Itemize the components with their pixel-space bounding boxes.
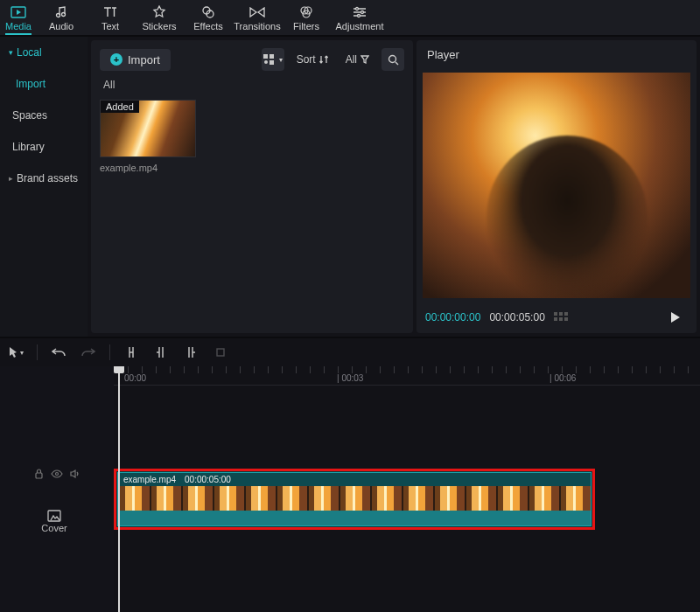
import-button-label: Import	[128, 53, 160, 66]
tab-label: Stickers	[142, 21, 176, 31]
trim-start-tool[interactable]	[152, 344, 170, 361]
clip-name: example.mp4	[123, 475, 176, 484]
tab-label: Media	[5, 21, 32, 31]
ruler-tick-label: 00:00	[124, 373, 146, 383]
track-canvas[interactable]: 00:00 | 00:03 | 00:06 example.mp4 00:00:…	[114, 366, 700, 612]
filter-icon	[360, 55, 369, 64]
split-tool[interactable]	[122, 344, 140, 361]
player-video-frame	[423, 73, 690, 298]
media-sidebar: ▾ Local Import Spaces Library ▸ Brand as…	[0, 37, 88, 337]
filter-all-label: All	[346, 53, 357, 66]
chevron-right-icon: ▸	[9, 174, 13, 183]
media-clip[interactable]: Added example.mp4	[100, 100, 196, 173]
tab-filters[interactable]: Filters	[282, 0, 331, 35]
audio-icon	[53, 4, 69, 20]
chevron-down-icon: ▾	[279, 56, 283, 64]
chevron-down-icon: ▾	[9, 48, 13, 57]
svg-rect-14	[270, 60, 274, 65]
tab-text[interactable]: Text	[86, 0, 135, 35]
tab-label: Text	[102, 21, 119, 31]
plus-icon: +	[110, 53, 122, 66]
sort-icon	[319, 55, 328, 64]
sidebar-label: Local	[17, 46, 42, 59]
redo-button[interactable]	[80, 344, 97, 361]
eye-icon[interactable]	[51, 469, 63, 478]
search-icon	[388, 54, 399, 66]
tab-stickers[interactable]: Stickers	[135, 0, 184, 35]
player-time-total: 00:00:05:00	[489, 311, 544, 323]
tab-label: Adjustment	[335, 21, 383, 31]
clip-duration: 00:00:05:00	[185, 475, 231, 484]
timeline-clip[interactable]: example.mp4 00:00:05:00	[118, 473, 591, 525]
search-button[interactable]	[382, 48, 404, 71]
text-icon	[102, 4, 118, 20]
sidebar-label: Import	[16, 78, 46, 90]
tab-label: Filters	[293, 21, 319, 31]
lock-icon[interactable]	[34, 469, 44, 479]
player-viewport[interactable]	[422, 70, 691, 300]
svg-point-15	[388, 55, 396, 62]
crop-tool[interactable]	[212, 344, 229, 361]
clip-filename: example.mp4	[100, 157, 196, 173]
tab-adjustment[interactable]: Adjustment	[331, 0, 388, 35]
svg-rect-17	[36, 473, 42, 478]
timeline-body: Cover 00:00 | 00:03 | 00:06 example.mp4 …	[0, 366, 700, 612]
timeline-clip-highlight: example.mp4 00:00:05:00	[114, 469, 595, 530]
svg-point-2	[62, 12, 66, 16]
tab-audio[interactable]: Audio	[37, 0, 86, 35]
filter-all-button[interactable]: All	[340, 50, 374, 69]
sidebar-item-import[interactable]: Import	[0, 68, 88, 100]
media-filter-caption: All	[91, 79, 413, 96]
clip-header: example.mp4 00:00:05:00	[118, 473, 591, 486]
tab-label: Audio	[49, 21, 74, 31]
import-button[interactable]: + Import	[100, 49, 171, 71]
grid-icon	[263, 54, 276, 65]
ruler-tick-label: | 00:03	[337, 373, 363, 383]
trim-end-tool[interactable]	[182, 344, 200, 361]
cover-label-text: Cover	[41, 523, 66, 533]
undo-button[interactable]	[50, 344, 67, 361]
svg-rect-12	[270, 54, 274, 59]
cover-track-label[interactable]: Cover	[0, 484, 114, 533]
sort-label: Sort	[297, 53, 316, 66]
clip-thumbnail: Added	[100, 100, 196, 157]
mute-icon[interactable]	[70, 469, 80, 479]
tab-effects[interactable]: Effects	[184, 0, 233, 35]
cursor-tool[interactable]: ▾	[7, 344, 24, 361]
tab-media[interactable]: Media	[0, 0, 37, 35]
sidebar-item-spaces[interactable]: Spaces	[0, 100, 88, 131]
tab-transitions[interactable]: Transitions	[233, 0, 282, 35]
sidebar-label: Brand assets	[17, 172, 78, 184]
sidebar-item-library[interactable]: Library	[0, 131, 88, 163]
svg-point-10	[358, 14, 360, 17]
top-toolbar: Media Audio Text Stickers Effects Transi…	[0, 0, 700, 37]
sidebar-label: Library	[12, 141, 45, 153]
stickers-icon	[151, 4, 167, 20]
timeline-ruler[interactable]: 00:00 | 00:03 | 00:06	[114, 366, 700, 386]
sort-button[interactable]: Sort	[291, 50, 333, 69]
playhead[interactable]	[118, 366, 120, 612]
player-title: Player	[416, 40, 696, 68]
sidebar-label: Spaces	[12, 109, 47, 122]
play-button[interactable]	[662, 308, 688, 327]
track-gutter: Cover	[0, 366, 114, 612]
player-controls: 00:00:00:00 00:00:05:00	[416, 302, 696, 333]
svg-point-13	[264, 60, 268, 64]
tab-label: Transitions	[234, 21, 280, 31]
view-mode-button[interactable]: ▾	[262, 48, 284, 71]
track-controls	[0, 463, 114, 484]
tab-label: Effects	[193, 21, 222, 31]
player-panel: Player 00:00:00:00 00:00:05:00	[416, 40, 696, 333]
media-icon	[10, 4, 26, 20]
adjustment-icon	[352, 4, 368, 20]
filters-icon	[298, 4, 314, 20]
grip-icon[interactable]	[554, 312, 568, 323]
player-time-current: 00:00:00:00	[425, 311, 480, 323]
sidebar-section-local[interactable]: ▾ Local	[0, 37, 88, 68]
effects-icon	[200, 4, 216, 20]
svg-point-8	[356, 7, 359, 10]
chevron-down-icon: ▾	[20, 349, 24, 357]
svg-point-1	[57, 13, 60, 17]
sidebar-section-brand-assets[interactable]: ▸ Brand assets	[0, 163, 88, 194]
media-panel-header: + Import ▾ Sort All	[91, 40, 413, 79]
